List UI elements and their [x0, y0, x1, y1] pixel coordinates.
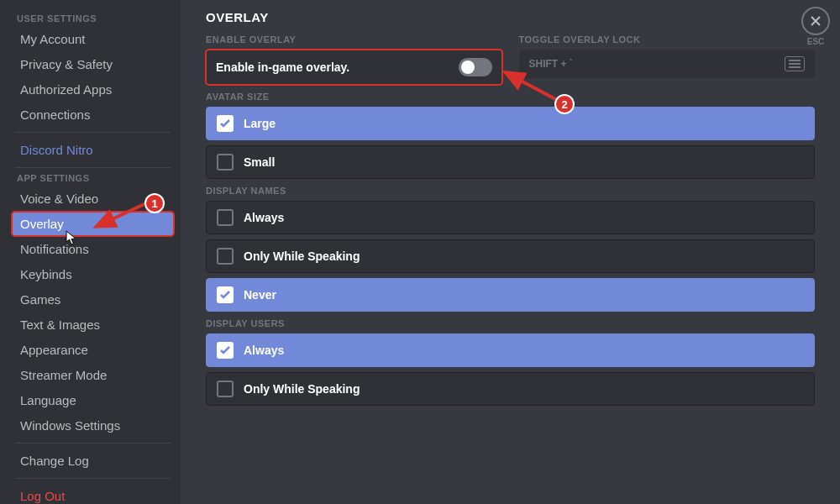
sidebar-item-appearance[interactable]: Appearance — [12, 338, 174, 362]
keyboard-icon — [785, 56, 805, 71]
display-users-always[interactable]: Always — [206, 333, 815, 367]
sidebar-item-my-account[interactable]: My Account — [12, 27, 174, 51]
option-label: Large — [244, 117, 276, 130]
display-names-always[interactable]: Always — [206, 201, 815, 234]
esc-label: ESC — [801, 37, 830, 46]
settings-sidebar: USER SETTINGS My Account Privacy & Safet… — [0, 0, 181, 504]
enable-overlay-row[interactable]: Enable in-game overlay. — [206, 50, 502, 85]
option-label: Only While Speaking — [244, 249, 360, 263]
annotation-badge-1: 1 — [144, 193, 165, 213]
divider — [15, 478, 171, 479]
sidebar-item-overlay[interactable]: Overlay — [12, 212, 174, 236]
option-label: Never — [244, 288, 276, 302]
page-title: OVERLAY — [206, 10, 815, 24]
close-button[interactable] — [801, 7, 830, 35]
display-users-speaking[interactable]: Only While Speaking — [206, 372, 815, 406]
avatar-size-heading: AVATAR SIZE — [206, 92, 815, 102]
enable-overlay-heading: ENABLE OVERLAY — [206, 34, 502, 45]
user-settings-heading: USER SETTINGS — [17, 13, 174, 24]
close-icon — [810, 15, 822, 27]
sidebar-item-notifications[interactable]: Notifications — [12, 237, 174, 261]
avatar-size-large[interactable]: Large — [206, 107, 815, 140]
sidebar-item-text-images[interactable]: Text & Images — [12, 312, 174, 337]
display-names-never[interactable]: Never — [206, 278, 815, 312]
display-names-speaking[interactable]: Only While Speaking — [206, 239, 815, 273]
close-wrap: ESC — [801, 7, 830, 46]
enable-overlay-toggle[interactable] — [459, 58, 492, 76]
sidebar-item-streamer[interactable]: Streamer Mode — [12, 363, 174, 387]
sidebar-item-logout[interactable]: Log Out — [12, 484, 174, 504]
sidebar-item-games[interactable]: Games — [12, 287, 174, 312]
option-label: Small — [244, 155, 275, 169]
sidebar-item-connections[interactable]: Connections — [12, 102, 174, 127]
display-users-heading: DISPLAY USERS — [206, 318, 815, 328]
annotation-badge-2: 2 — [554, 94, 575, 114]
sidebar-item-nitro[interactable]: Discord Nitro — [12, 138, 174, 162]
sidebar-item-changelog[interactable]: Change Log — [12, 449, 174, 473]
sidebar-item-authorized-apps[interactable]: Authorized Apps — [12, 77, 174, 102]
option-label: Always — [244, 211, 284, 224]
sidebar-item-language[interactable]: Language — [12, 388, 174, 412]
sidebar-item-privacy[interactable]: Privacy & Safety — [12, 52, 174, 76]
sidebar-item-windows[interactable]: Windows Settings — [12, 413, 174, 438]
sidebar-item-keybinds[interactable]: Keybinds — [12, 262, 174, 286]
toggle-lock-heading: TOGGLE OVERLAY LOCK — [519, 34, 816, 45]
enable-overlay-label: Enable in-game overlay. — [216, 60, 349, 74]
avatar-size-small[interactable]: Small — [206, 145, 815, 179]
keybind-value: SHIFT + ` — [529, 58, 573, 70]
option-label: Always — [244, 344, 284, 357]
divider — [15, 132, 171, 133]
display-names-heading: DISPLAY NAMES — [206, 186, 815, 196]
divider — [15, 443, 171, 444]
cursor-icon — [66, 230, 77, 245]
main-panel: OVERLAY ENABLE OVERLAY Enable in-game ov… — [181, 0, 840, 504]
toggle-lock-keybind[interactable]: SHIFT + ` — [519, 50, 816, 78]
divider — [15, 167, 171, 168]
option-label: Only While Speaking — [244, 382, 360, 396]
app-settings-heading: APP SETTINGS — [17, 173, 174, 183]
